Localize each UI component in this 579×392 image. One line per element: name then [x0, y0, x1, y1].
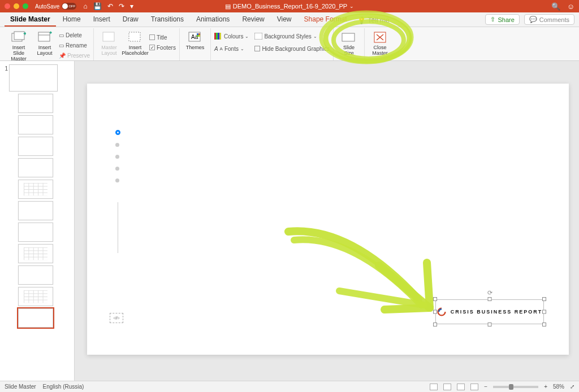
tab-insert[interactable]: Insert — [88, 12, 116, 27]
share-label: Share — [498, 16, 514, 23]
share-button[interactable]: ⇧ Share — [485, 14, 519, 25]
layout-thumbnail[interactable] — [18, 137, 53, 156]
title-checkbox[interactable]: Title — [149, 33, 176, 42]
layout-thumbnail[interactable] — [18, 115, 53, 134]
qat-more-icon[interactable]: ▾ — [130, 2, 133, 10]
slideshow-view-button[interactable] — [470, 384, 478, 390]
slide-master-canvas[interactable]: ‹#› ⟳ CRISIS BUSINESS REPORT — [87, 84, 569, 355]
zoom-out-button[interactable]: − — [484, 384, 487, 390]
themes-button[interactable]: Aa Themes — [183, 29, 207, 51]
chevron-down-icon: ⌄ — [313, 34, 317, 39]
layout-thumbnail[interactable] — [18, 244, 53, 263]
insert-layout-button[interactable]: ✦ Insert Layout — [33, 29, 57, 56]
layout-thumbnail[interactable] — [18, 201, 53, 220]
background-styles-button[interactable]: Background Styles⌄ — [254, 32, 330, 41]
svg-rect-6 — [103, 32, 114, 41]
bullet-level-2 — [115, 143, 119, 147]
layout-thumbnail[interactable] — [18, 265, 53, 285]
document-title-text: DEMO_Business_Report_16-9_2020_PP — [233, 3, 347, 10]
main-area: 1 ‹#› ⟳ — [0, 61, 579, 381]
page-number-placeholder[interactable]: ‹#› — [110, 313, 123, 323]
thumbnail-pane[interactable]: 1 — [0, 61, 75, 381]
redo-icon[interactable]: ↷ — [119, 2, 124, 10]
zoom-window-icon[interactable] — [23, 3, 28, 9]
group-size: Slide Size — [334, 28, 365, 60]
tab-animations[interactable]: Animations — [191, 12, 235, 27]
fit-to-window-button[interactable]: ⤢ — [570, 384, 574, 390]
rename-button[interactable]: ▭Rename — [59, 41, 90, 50]
tab-review[interactable]: Review — [236, 12, 270, 27]
comment-icon: 💬 — [529, 16, 537, 23]
sorter-view-button[interactable] — [443, 384, 451, 390]
tab-home[interactable]: Home — [57, 12, 87, 27]
save-icon[interactable]: 💾 — [93, 2, 102, 10]
slide-size-button[interactable]: Slide Size — [337, 29, 361, 56]
zoom-percent[interactable]: 58% — [553, 384, 564, 390]
tab-view[interactable]: View — [271, 12, 297, 27]
insert-layout-label: Insert Layout — [37, 45, 52, 56]
group-background: Colours⌄ AA Fonts⌄ Background Styles⌄ Hi… — [211, 28, 334, 60]
colours-button[interactable]: Colours⌄ — [214, 32, 249, 41]
lightbulb-icon: 💡 — [357, 16, 366, 24]
logo-shape-selected[interactable]: ⟳ CRISIS BUSINESS REPORT — [435, 299, 544, 324]
minimize-window-icon[interactable] — [14, 3, 19, 9]
normal-view-button[interactable] — [430, 384, 438, 390]
share-icon: ⇧ — [490, 16, 495, 23]
hide-background-checkbox[interactable]: Hide Background Graphics — [254, 44, 330, 53]
tab-transitions[interactable]: Transitions — [145, 12, 189, 27]
group-master-layout: Master Layout Insert Placeholder Title ✓… — [94, 28, 180, 60]
traffic-lights — [5, 3, 28, 9]
quick-access-toolbar: ⌂ 💾 ↶ ↷ ▾ — [83, 2, 133, 10]
layout-thumbnail[interactable] — [18, 158, 53, 177]
layout-thumbnail[interactable] — [18, 287, 53, 306]
delete-icon: ▭ — [59, 32, 64, 38]
preserve-button[interactable]: 📌Preserve — [59, 51, 90, 60]
close-master-button[interactable]: Close Master — [368, 29, 392, 56]
bullet-list-placeholder — [115, 130, 120, 190]
group-close: Close Master — [365, 28, 395, 60]
slide-canvas-area[interactable]: ‹#› ⟳ CRISIS BUSINESS REPORT — [75, 61, 579, 381]
language-label[interactable]: English (Russia) — [43, 384, 84, 390]
bullet-level-1 — [115, 130, 120, 135]
autosave-toggle[interactable]: AutoSave OFF — [35, 3, 76, 10]
layout-thumbnail[interactable] — [18, 94, 53, 113]
undo-icon[interactable]: ↶ — [107, 2, 113, 10]
delete-button[interactable]: ▭Delete — [59, 31, 90, 40]
reading-view-button[interactable] — [457, 384, 465, 390]
insert-placeholder-button[interactable]: Insert Placeholder — [123, 29, 147, 56]
layout-thumbnail[interactable] — [18, 223, 53, 242]
bullet-level-3 — [115, 155, 119, 159]
svg-rect-12 — [197, 35, 198, 37]
title-chevron-icon[interactable]: ⌄ — [349, 3, 354, 9]
search-icon[interactable]: 🔍 — [551, 2, 560, 11]
insert-slide-master-button[interactable]: ✦ Insert Slide Master — [7, 29, 31, 62]
account-icon[interactable]: ☺ — [567, 2, 574, 11]
tell-me-search[interactable]: 💡 Tell me — [357, 16, 390, 27]
zoom-in-button[interactable]: + — [544, 384, 547, 390]
comments-button[interactable]: 💬 Comments — [524, 14, 574, 25]
close-window-icon[interactable] — [5, 3, 10, 9]
master-thumbnail[interactable] — [9, 64, 58, 92]
preserve-icon: 📌 — [59, 53, 66, 59]
rotate-handle-icon[interactable]: ⟳ — [487, 289, 492, 297]
layout-thumbnail-selected[interactable] — [18, 308, 53, 328]
close-master-label: Close Master — [372, 45, 388, 56]
layout-thumbnail[interactable] — [18, 180, 53, 199]
file-icon: ▤ — [225, 3, 231, 10]
autosave-label: AutoSave — [35, 3, 59, 10]
home-icon[interactable]: ⌂ — [83, 2, 87, 10]
master-layout-button[interactable]: Master Layout — [97, 29, 121, 56]
tab-draw[interactable]: Draw — [117, 12, 144, 27]
footers-checkbox[interactable]: ✓Footers — [149, 43, 176, 52]
zoom-slider[interactable] — [493, 386, 538, 388]
svg-rect-15 — [216, 33, 218, 40]
ribbon: ✦ Insert Slide Master ✦ Insert Layout ▭D… — [0, 27, 579, 61]
tab-slide-master[interactable]: Slide Master — [5, 12, 56, 27]
svg-rect-14 — [214, 33, 216, 40]
fonts-button[interactable]: AA Fonts⌄ — [214, 44, 249, 53]
tab-shape-format[interactable]: Shape Format — [299, 12, 353, 27]
group-edit-master: ✦ Insert Slide Master ✦ Insert Layout ▭D… — [3, 28, 94, 60]
autosave-switch[interactable]: OFF — [62, 3, 76, 10]
group-themes: Aa Themes — [180, 28, 211, 60]
divider-line — [118, 202, 118, 253]
